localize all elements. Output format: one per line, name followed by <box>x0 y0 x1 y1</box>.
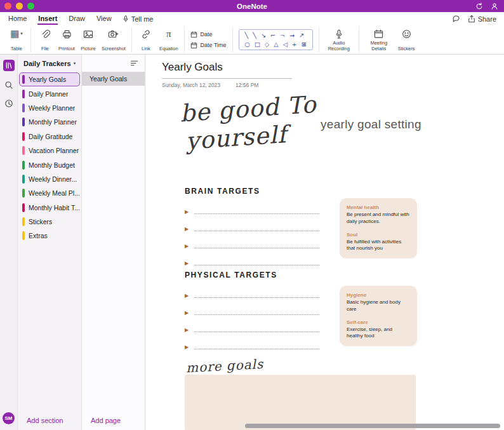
section-item[interactable]: Vacation Planner <box>19 144 80 158</box>
dotted-line <box>194 297 319 298</box>
shapes-row-2: ○□◇△◁+⊞ <box>245 41 307 48</box>
picture-button[interactable]: Picture <box>80 27 96 53</box>
recent-notes-icon[interactable] <box>4 99 13 108</box>
section-item[interactable]: Weekly Dinner... <box>19 172 80 186</box>
navigation-rail: SM <box>0 55 18 430</box>
section-color-tab <box>22 175 25 184</box>
section-item[interactable]: Yearly Goals <box>19 72 80 86</box>
stickers-button[interactable]: Stickers <box>398 27 415 53</box>
meeting-details-button[interactable]: Meeting Details <box>365 27 393 53</box>
goal-line[interactable]: ▶ <box>185 203 319 220</box>
tab-view[interactable]: View <box>91 13 117 25</box>
goal-lines: ▶▶▶▶ <box>185 287 319 356</box>
horizontal-scrollbar[interactable] <box>245 424 500 428</box>
section-item[interactable]: Weekly Planner <box>19 101 80 115</box>
notebooks-icon[interactable] <box>3 60 15 71</box>
printout-button[interactable]: Printout <box>58 27 75 53</box>
link-button[interactable]: Link <box>138 27 154 53</box>
add-section-button[interactable]: Add section <box>18 411 81 430</box>
goal-line[interactable]: ▶ <box>185 220 319 238</box>
shape-glyph-icon[interactable]: ¬ <box>280 32 285 39</box>
smiley-icon <box>402 28 411 41</box>
comment-icon[interactable] <box>452 15 460 23</box>
section-item[interactable]: Monthly Planner <box>19 115 80 129</box>
tab-draw[interactable]: Draw <box>63 13 91 25</box>
goal-line[interactable]: ▶ <box>185 321 319 339</box>
section-item[interactable]: Weekly Meal Pl... <box>19 186 80 200</box>
insert-date-button[interactable]: Date <box>190 31 227 38</box>
shape-glyph-icon[interactable]: ◁ <box>282 41 287 48</box>
share-label: Share <box>478 15 496 23</box>
ribbon-group-link: Link π Equation <box>131 27 184 53</box>
page-header: Yearly Goals Sunday, March 12, 2023 12:5… <box>162 61 292 88</box>
pages-panel: Yearly Goals Add page <box>82 55 145 430</box>
insert-date-time-button[interactable]: Date Time <box>190 42 227 49</box>
account-icon[interactable] <box>491 3 498 10</box>
goal-line[interactable]: ▶ <box>185 287 319 304</box>
close-button[interactable] <box>4 3 11 10</box>
dotted-line <box>194 213 319 214</box>
shape-glyph-icon[interactable]: ○ <box>245 41 250 48</box>
goal-line[interactable]: ▶ <box>185 255 319 272</box>
more-goals-heading: more goals <box>185 356 263 375</box>
dotted-line <box>194 248 319 248</box>
bullet-arrow-icon: ▶ <box>185 327 189 333</box>
page-title[interactable]: Yearly Goals <box>162 61 292 74</box>
shape-glyph-icon[interactable]: ⌐ <box>270 32 275 39</box>
shape-glyph-icon[interactable]: □ <box>255 41 260 48</box>
page-canvas[interactable]: Yearly Goals Sunday, March 12, 2023 12:5… <box>145 55 504 430</box>
section-item-label: Daily Gratitude <box>29 133 72 140</box>
notebook-switcher[interactable]: Daily Trackers ▾ <box>18 55 81 72</box>
shapes-gallery[interactable]: ╲╲↘⌐¬→↗ ○□◇△◁+⊞ <box>239 29 313 50</box>
equation-button[interactable]: π Equation <box>159 27 178 53</box>
file-button[interactable]: File <box>37 27 53 53</box>
section-item[interactable]: Monthly Budget <box>19 158 80 171</box>
sync-icon[interactable] <box>475 3 483 10</box>
shape-glyph-icon[interactable]: ⊞ <box>302 41 307 48</box>
bullet-arrow-icon: ▶ <box>185 293 189 299</box>
shape-glyph-icon[interactable]: ◇ <box>265 41 269 48</box>
section-item[interactable]: Extras <box>19 229 80 243</box>
page-date: Sunday, March 12, 2023 <box>162 82 220 88</box>
menu-tabs: HomeInsertDrawView <box>3 13 117 25</box>
section-item[interactable]: Daily Planner <box>19 86 80 100</box>
shape-glyph-icon[interactable]: △ <box>274 41 278 48</box>
search-icon[interactable] <box>4 81 13 90</box>
shape-glyph-icon[interactable]: → <box>289 32 295 39</box>
bullet-arrow-icon: ▶ <box>185 209 189 215</box>
menubar: HomeInsertDrawView Tell me Share <box>0 12 504 25</box>
share-button[interactable]: Share <box>468 15 496 23</box>
section-item-label: Monthly Budget <box>29 161 75 169</box>
section-item[interactable]: Monthly Habit T... <box>19 201 80 215</box>
tab-insert[interactable]: Insert <box>32 13 63 25</box>
dotted-line <box>194 231 319 231</box>
table-button[interactable]: ▦ ▾ Table <box>8 27 25 53</box>
titlebar: OneNote <box>0 0 504 12</box>
audio-recording-button[interactable]: Audio Recording <box>325 27 353 53</box>
section-item[interactable]: Stickers <box>19 215 80 229</box>
tell-me[interactable]: Tell me <box>123 15 154 23</box>
section-color-tab <box>22 90 25 98</box>
shape-glyph-icon[interactable]: ↗ <box>299 32 304 39</box>
shape-glyph-icon[interactable]: ↘ <box>261 32 266 39</box>
goal-line[interactable]: ▶ <box>185 304 319 321</box>
zoom-button[interactable] <box>27 3 34 10</box>
section-item[interactable]: Daily Gratitude <box>19 130 80 144</box>
goal-line[interactable]: ▶ <box>185 339 319 356</box>
page-item[interactable]: Yearly Goals <box>82 72 145 86</box>
avatar[interactable]: SM <box>3 412 15 424</box>
goal-line[interactable]: ▶ <box>185 238 319 255</box>
tab-home[interactable]: Home <box>3 13 32 25</box>
traffic-lights <box>4 3 34 10</box>
equation-icon: π <box>166 29 171 39</box>
shape-glyph-icon[interactable]: + <box>292 41 297 48</box>
sort-icon[interactable] <box>130 60 138 67</box>
shape-glyph-icon[interactable]: ╲ <box>253 32 256 39</box>
screenshot-button[interactable]: Screenshot <box>102 27 126 53</box>
shape-glyph-icon[interactable]: ╲ <box>245 32 249 39</box>
equation-label: Equation <box>159 46 178 52</box>
section-color-tab <box>22 161 25 170</box>
card-entry-title: Soul <box>347 232 410 238</box>
minimize-button[interactable] <box>16 3 23 10</box>
add-page-button[interactable]: Add page <box>82 411 145 430</box>
